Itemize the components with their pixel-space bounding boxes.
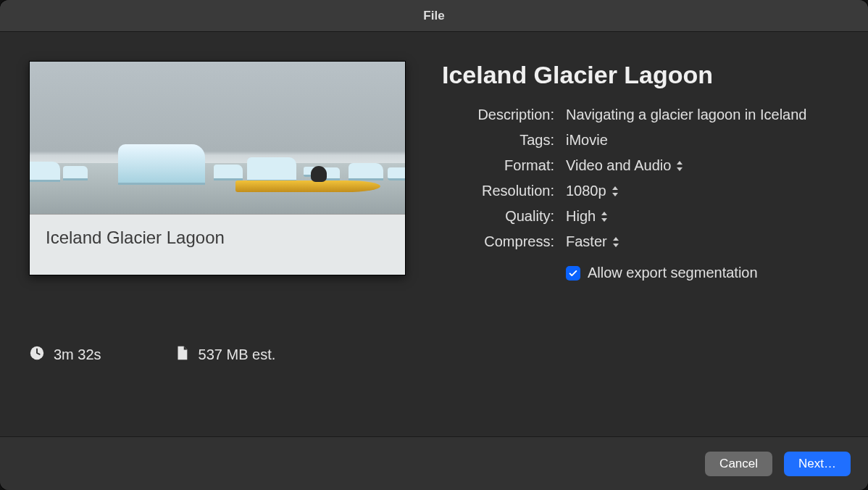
dialog-content: Iceland Glacier Lagoon 3m 32s 537 MB est… [0, 32, 868, 436]
format-value: Video and Audio [566, 157, 671, 174]
file-icon [174, 345, 190, 365]
next-button[interactable]: Next… [784, 452, 851, 476]
clock-icon [29, 345, 45, 365]
tags-label: Tags: [442, 132, 554, 149]
window-title: File [423, 9, 444, 23]
format-label: Format: [442, 157, 554, 174]
description-field[interactable] [566, 107, 839, 123]
updown-icon [611, 186, 619, 197]
preview-thumbnail: Iceland Glacier Lagoon [29, 61, 406, 275]
resolution-popup[interactable]: 1080p [566, 183, 619, 199]
settings-form: Description: Tags: Format: Video and Aud… [442, 107, 839, 281]
compress-label: Compress: [442, 233, 554, 250]
filesize-stat: 537 MB est. [174, 345, 276, 365]
export-title: Iceland Glacier Lagoon [442, 61, 839, 89]
preview-pane: Iceland Glacier Lagoon 3m 32s 537 MB est… [29, 61, 406, 429]
thumbnail-title-overlay: Iceland Glacier Lagoon [30, 214, 405, 275]
tags-field[interactable] [566, 132, 839, 149]
quality-popup[interactable]: High [566, 208, 609, 225]
settings-pane: Iceland Glacier Lagoon Description: Tags… [442, 61, 839, 429]
quality-label: Quality: [442, 208, 554, 225]
duration-stat: 3m 32s [29, 345, 101, 365]
title-bar: File [0, 0, 868, 32]
export-dialog-window: File Iceland Glacier Lagoon [0, 0, 868, 490]
quality-value: High [566, 208, 596, 225]
format-popup[interactable]: Video and Audio [566, 157, 684, 174]
dialog-footer: Cancel Next… [0, 436, 868, 490]
export-stats: 3m 32s 537 MB est. [29, 345, 406, 365]
compress-value: Faster [566, 233, 607, 250]
updown-icon [675, 160, 684, 172]
compress-popup[interactable]: Faster [566, 233, 620, 250]
duration-value: 3m 32s [54, 346, 101, 363]
segmentation-checkbox[interactable] [566, 266, 580, 281]
resolution-label: Resolution: [442, 183, 554, 199]
resolution-value: 1080p [566, 183, 606, 199]
description-label: Description: [442, 107, 554, 123]
segmentation-label: Allow export segmentation [588, 265, 758, 281]
filesize-value: 537 MB est. [199, 346, 276, 363]
updown-icon [600, 211, 609, 223]
updown-icon [612, 236, 620, 248]
cancel-button[interactable]: Cancel [705, 452, 772, 476]
